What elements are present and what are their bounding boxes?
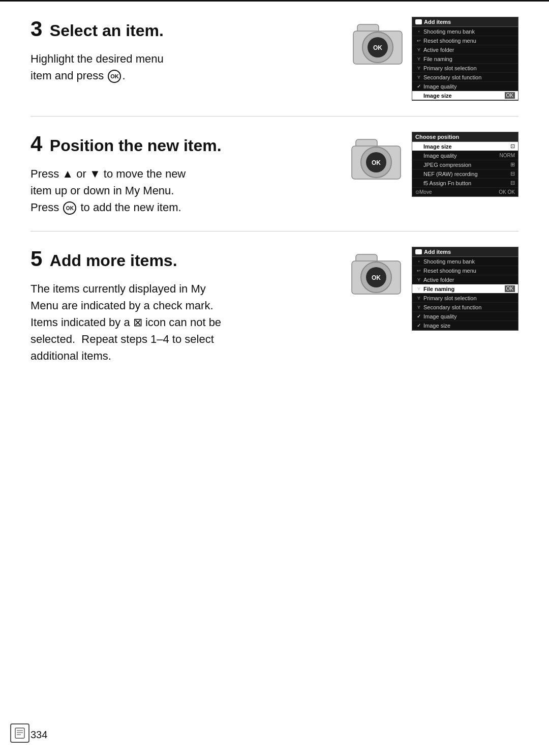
step3-title: Select an item.: [50, 21, 164, 40]
step4-menu-footer: ⊙Move OK OK: [412, 188, 518, 196]
page-number: 334: [30, 729, 47, 741]
step5-menu-header-text: Add items: [424, 249, 451, 255]
step5-menu-item-2: Y Active folder: [412, 275, 518, 284]
step5-icon-3: Y: [414, 286, 423, 292]
step3-right: OK Add items ▪ Shooting menu bank: [351, 17, 518, 101]
step5-icon-0: ▪: [414, 258, 423, 264]
step5-icon-6: ✓: [414, 313, 423, 319]
note-icon: [14, 728, 25, 739]
step3-icon-6: ✓: [414, 83, 423, 89]
step4-footer-right: OK OK: [499, 189, 515, 195]
step3-menu-item-7: Image size OK: [412, 91, 518, 100]
step4-title: Position the new item.: [50, 136, 222, 155]
svg-text:OK: OK: [372, 274, 381, 281]
svg-text:OK: OK: [372, 159, 381, 166]
step5-menu-screenshot: Add items ▪ Shooting menu bank ↩ Reset s…: [412, 247, 518, 331]
step3-menu-camera-icon: [415, 19, 422, 24]
step4-right: OK Choose position Image size ⊡ I: [351, 132, 518, 197]
step5-menu-header: Add items: [412, 247, 518, 257]
step3-menu-item-3: Y File naming: [412, 54, 518, 64]
step3-menu-screenshot: Add items ▪ Shooting menu bank ↩ Reset s…: [412, 17, 518, 101]
bottom-page-icon: [10, 723, 29, 743]
step5-menu-item-3: Y File naming OK: [412, 284, 518, 294]
step5-icon-2: Y: [414, 277, 423, 282]
step3-icon-0: ▪: [414, 28, 423, 34]
step5-menu-item-7: ✓ Image size: [412, 321, 518, 330]
step4-number: 4: [30, 132, 42, 156]
svg-rect-15: [15, 728, 24, 738]
step3-menu-item-4: Y Primary slot selection: [412, 64, 518, 73]
step3-icon-5: Y: [414, 75, 423, 80]
ok-symbol-step4: OK: [63, 201, 76, 215]
step3-section: 3 Select an item. Highlight the desired …: [30, 17, 518, 117]
step5-icon-1: ↩: [414, 268, 423, 273]
step5-heading: 5 Add more items.: [30, 247, 330, 271]
step4-camera-wrap: OK: [351, 132, 404, 185]
step3-number: 3: [30, 17, 42, 41]
step5-icon-7: ✓: [414, 323, 423, 328]
step4-right-1: NORM: [499, 153, 515, 158]
step3-ok-badge: OK: [505, 92, 515, 99]
step5-menu-item-6: ✓ Image quality: [412, 312, 518, 321]
step4-heading: 4 Position the new item.: [30, 132, 330, 156]
step3-icon-4: Y: [414, 66, 423, 71]
step4-right-3: ⊟: [510, 170, 515, 177]
step4-footer-left: ⊙Move: [415, 189, 432, 195]
content-area: 3 Select an item. Highlight the desired …: [0, 2, 549, 425]
step3-menu-header-text: Add items: [424, 19, 451, 25]
camera-illustration-step5: OK: [351, 247, 402, 298]
step4-body: Press ▲ or ▼ to move the new item up or …: [30, 165, 330, 216]
step4-menu-item-2: JPEG compression ⊞: [412, 160, 518, 169]
step4-menu-header: Choose position: [412, 132, 518, 142]
svg-text:OK: OK: [373, 44, 382, 51]
step5-number: 5: [30, 247, 42, 271]
step4-right-2: ⊞: [510, 161, 515, 168]
step5-menu-item-4: Y Primary slot selection: [412, 294, 518, 303]
step4-menu-item-4: f5 Assign Fn button ⊟: [412, 179, 518, 188]
step3-menu-item-0: ▪ Shooting menu bank: [412, 27, 518, 36]
step5-left: 5 Add more items. The items currently di…: [30, 247, 351, 364]
step5-menu-camera-icon: [415, 249, 422, 254]
camera-illustration-step4: OK: [351, 132, 402, 183]
step4-left: 4 Position the new item. Press ▲ or ▼ to…: [30, 132, 351, 216]
step5-icon-5: Y: [414, 305, 423, 310]
step5-menu-item-0: ▪ Shooting menu bank: [412, 257, 518, 266]
step5-icon-4: Y: [414, 296, 423, 301]
step3-menu-header: Add items: [412, 17, 518, 27]
step5-menu-item-1: ↩ Reset shooting menu: [412, 266, 518, 275]
step3-camera-wrap: OK: [351, 17, 404, 70]
page-container: 3 Select an item. Highlight the desired …: [0, 0, 549, 756]
step4-menu-item-0: Image size ⊡: [412, 142, 518, 151]
step3-left: 3 Select an item. Highlight the desired …: [30, 17, 351, 84]
step4-menu-screenshot: Choose position Image size ⊡ Image quali…: [412, 132, 518, 197]
step3-menu-item-6: ✓ Image quality: [412, 82, 518, 91]
step3-heading: 3 Select an item.: [30, 17, 330, 41]
step5-body: The items currently displayed in My Menu…: [30, 280, 330, 364]
step3-menu-item-1: ↩ Reset shooting menu: [412, 36, 518, 45]
step4-right-0: ⊡: [510, 143, 515, 150]
step5-ok-badge: OK: [505, 285, 515, 292]
step3-menu-item-5: Y Secondary slot function: [412, 73, 518, 82]
step5-section: 5 Add more items. The items currently di…: [30, 247, 518, 380]
step3-menu-item-2: Y Active folder: [412, 45, 518, 54]
step3-icon-2: Y: [414, 47, 423, 52]
camera-illustration-step3: OK: [352, 17, 403, 68]
step3-icon-1: ↩: [414, 38, 423, 43]
step5-camera-wrap: OK: [351, 247, 404, 300]
step4-menu-header-text: Choose position: [415, 134, 459, 140]
step3-body: Highlight the desired menu item and pres…: [30, 50, 330, 84]
step5-menu-item-5: Y Secondary slot function: [412, 303, 518, 312]
step3-icon-3: Y: [414, 56, 423, 62]
step4-menu-item-1: Image quality NORM: [412, 151, 518, 160]
step4-menu-item-3: NEF (RAW) recording ⊟: [412, 169, 518, 179]
step4-right-4: ⊟: [510, 180, 515, 186]
step4-section: 4 Position the new item. Press ▲ or ▼ to…: [30, 132, 518, 231]
step5-right: OK Add items ▪ Shooting menu bank ↩: [351, 247, 518, 331]
ok-symbol-step3: OK: [108, 70, 121, 83]
step5-title: Add more items.: [50, 251, 177, 270]
